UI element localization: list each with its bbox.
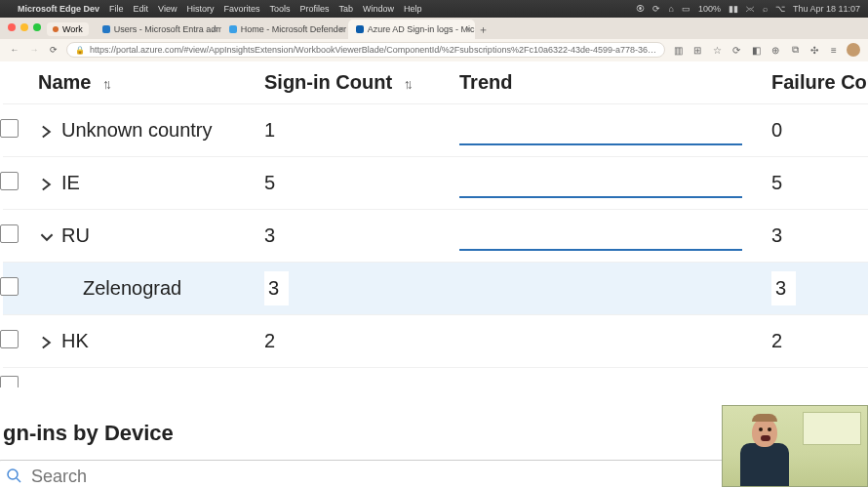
status-indicator-icon: ⦿ [636,4,645,14]
chevron-right-icon[interactable] [38,119,56,142]
svg-point-0 [8,469,18,479]
nav-forward-button[interactable]: → [27,43,41,57]
table-row-stub [3,368,868,397]
menubar-datetime[interactable]: Thu Apr 18 11:07 [793,4,860,14]
column-header-name[interactable]: Name [38,71,264,94]
chevron-right-icon[interactable] [38,330,56,352]
menubar-item-view[interactable]: View [158,4,177,14]
browser-chrome: Work Users - Microsoft Entra admi… × Hom… [0,18,868,61]
toolbar-action-icon[interactable]: ◧ [749,43,763,57]
window-controls[interactable] [6,23,47,35]
search-icon [6,468,23,485]
workspace-chip[interactable]: Work [47,22,89,36]
page-content: Name Sign-in Count Trend Failure Cou Unk… [0,61,868,487]
trend-sparkline [459,249,742,251]
macos-menubar: Microsoft Edge Dev File Edit View Histor… [0,0,868,18]
profile-avatar-icon[interactable] [847,43,860,57]
battery-percent: 100% [698,4,721,14]
workspace-dot-icon [53,26,59,32]
tab-close-icon[interactable]: × [339,24,344,34]
column-header-label: Trend [459,71,512,93]
toolbar-action-icon[interactable]: ☆ [710,43,724,57]
sort-icon[interactable] [102,76,108,92]
wifi-icon[interactable]: ⩙ [746,4,755,14]
row-failure: 5 [771,172,782,193]
column-header-trend[interactable]: Trend [459,71,771,94]
browser-tab-label: Azure AD Sign-in logs - Micr… [368,24,475,34]
trend-sparkline [459,196,742,198]
menubar-item-help[interactable]: Help [404,4,422,14]
column-header-label: Name [38,71,91,93]
tab-favicon-icon [356,25,364,33]
menubar-item-history[interactable]: History [186,4,214,14]
row-checkbox[interactable] [0,119,19,138]
column-header-count[interactable]: Sign-in Count [264,71,459,94]
tab-close-icon[interactable]: × [466,24,471,34]
menubar-item-tools[interactable]: Tools [269,4,290,14]
toolbar-action-icon[interactable]: ⧉ [788,43,802,57]
menubar-item-window[interactable]: Window [363,4,394,14]
browser-toolbar-actions: ▥ ⊞ ☆ ⟳ ◧ ⊕ ⧉ ✣ ≡ [671,43,860,57]
row-name: Unknown country [61,119,213,142]
svg-line-1 [17,478,20,482]
table-row[interactable]: HK 2 2 [3,315,868,368]
menubar-item-favorites[interactable]: Favorites [223,4,259,14]
toolbar-action-icon[interactable]: ✣ [808,43,821,57]
row-failure: 0 [771,119,782,141]
menubar-status-area: ⦿ ⟳ ⌂ ▭ 100% ▮▮ ⩙ ⌕ ⌥ Thu Apr 18 11:07 [636,4,860,14]
column-header-failure[interactable]: Failure Cou [771,71,868,94]
menubar-app-name[interactable]: Microsoft Edge Dev [18,4,99,14]
battery-icon: ▮▮ [729,4,738,14]
toolbar-action-icon[interactable]: ⟳ [730,43,743,57]
new-tab-button[interactable]: ＋ [475,22,493,37]
table-row-child[interactable]: Zelenograd 3 3 [3,263,868,315]
search-icon[interactable]: ⌕ [763,4,768,14]
row-failure: 3 [771,271,796,305]
browser-tab-label: Home - Microsoft Defender [241,24,346,34]
toolbar-action-icon[interactable]: ⊕ [769,43,782,57]
chevron-down-icon[interactable] [38,224,56,247]
row-checkbox[interactable] [0,277,19,296]
menubar-item-edit[interactable]: Edit [134,4,149,14]
status-indicator-icon: ⌂ [668,4,673,14]
status-indicator-icon: ⟳ [652,4,660,14]
trend-sparkline [459,143,742,145]
sort-icon[interactable] [404,76,410,92]
browser-tab-active[interactable]: Azure AD Sign-in logs - Micr… × [348,20,475,39]
row-checkbox[interactable] [0,376,19,387]
row-count: 5 [264,172,275,193]
menubar-item-profiles[interactable]: Profiles [299,4,329,14]
window-minimize-icon[interactable] [20,23,28,31]
window-zoom-icon[interactable] [33,23,41,31]
toolbar-action-icon[interactable]: ≡ [827,43,841,57]
table-row[interactable]: IE 5 5 [3,157,868,210]
toolbar-action-icon[interactable]: ▥ [671,43,685,57]
nav-back-button[interactable]: ← [8,43,21,57]
chevron-right-icon[interactable] [38,172,56,194]
address-bar[interactable]: 🔒 https://portal.azure.com/#view/AppInsi… [66,42,665,58]
browser-tab[interactable]: Users - Microsoft Entra admi… × [95,20,221,39]
browser-tab-label: Users - Microsoft Entra admi… [114,24,221,34]
menubar-item-file[interactable]: File [109,4,124,14]
control-center-icon[interactable]: ⌥ [775,4,785,14]
menubar-item-tab[interactable]: Tab [338,4,353,14]
tab-favicon-icon [102,25,110,33]
row-checkbox[interactable] [0,330,19,348]
row-checkbox[interactable] [0,172,19,190]
column-header-label: Failure Cou [771,71,868,93]
column-header-label: Sign-in Count [264,71,392,93]
browser-tab[interactable]: Home - Microsoft Defender × [221,20,348,39]
table-row-expanded[interactable]: RU 3 3 [3,210,868,263]
nav-refresh-button[interactable]: ⟳ [47,43,60,57]
table-row[interactable]: Unknown country 1 0 [3,104,868,157]
row-name: RU [61,224,90,247]
toolbar-action-icon[interactable]: ⊞ [690,43,704,57]
window-close-icon[interactable] [8,23,16,31]
table-header-row: Name Sign-in Count Trend Failure Cou [3,61,868,104]
row-failure: 2 [771,330,782,351]
lock-icon: 🔒 [75,46,85,55]
row-count: 1 [264,119,275,141]
row-checkbox[interactable] [0,224,19,243]
tab-close-icon[interactable]: × [213,24,217,34]
screen-mirror-icon[interactable]: ▭ [682,4,690,14]
